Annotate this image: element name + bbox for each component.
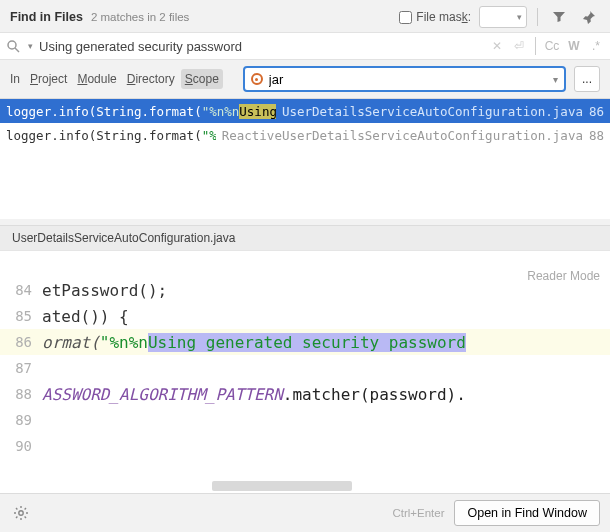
result-file: UserDetailsServiceAutoConfiguration.java (276, 104, 583, 119)
gear-icon[interactable] (10, 502, 32, 524)
line-number: 88 (0, 386, 42, 402)
line-number: 87 (0, 360, 42, 376)
result-code: logger.info(String.format("%n%nUsing gen… (6, 128, 216, 143)
scrollbar-thumb[interactable] (212, 481, 352, 491)
scope-tabs: In Project Module Directory Scope ▾ ... (0, 60, 610, 99)
whole-word-toggle[interactable]: W (566, 39, 582, 53)
result-line: 86 (583, 104, 604, 119)
match-count: 2 matches in 2 files (91, 11, 189, 23)
results-list: logger.info(String.format("%n%nUsing gen… (0, 99, 610, 219)
line-number: 89 (0, 412, 42, 428)
tab-directory[interactable]: Directory (123, 69, 179, 89)
file-mask-dropdown[interactable]: ▾ (479, 6, 527, 28)
preview-filename: UserDetailsServiceAutoConfiguration.java (0, 225, 610, 251)
target-icon (251, 73, 263, 85)
newline-icon[interactable]: ⏎ (511, 39, 527, 53)
tab-scope[interactable]: Scope (181, 69, 223, 89)
results-empty-area (0, 147, 610, 219)
dialog-footer: Ctrl+Enter Open in Find Window (0, 493, 610, 532)
line-number: 84 (0, 282, 42, 298)
search-bar: ▾ ✕ ⏎ Cc W .* (0, 32, 610, 60)
tab-module[interactable]: Module (73, 69, 120, 89)
line-number: 86 (0, 334, 42, 350)
in-label: In (10, 72, 20, 86)
code-line: 88 ASSWORD_ALGORITHM_PATTERN.matcher(pas… (0, 381, 610, 407)
file-mask-checkbox[interactable] (399, 11, 412, 24)
file-mask-label: File mask: (416, 10, 471, 24)
regex-toggle[interactable]: .* (588, 39, 604, 53)
code-line: 87 (0, 355, 610, 381)
scope-selector[interactable]: ▾ (243, 66, 566, 92)
line-number: 90 (0, 438, 42, 454)
more-button[interactable]: ... (574, 66, 600, 92)
history-dropdown-icon[interactable]: ▾ (28, 41, 33, 51)
divider (535, 37, 536, 55)
search-icon (6, 39, 22, 53)
shortcut-hint: Ctrl+Enter (392, 507, 444, 519)
result-file: ReactiveUserDetailsServiceAutoConfigurat… (216, 128, 583, 143)
open-in-find-window-button[interactable]: Open in Find Window (454, 500, 600, 526)
filter-icon[interactable] (548, 6, 570, 28)
code-line (0, 251, 610, 277)
tab-project[interactable]: Project (26, 69, 71, 89)
chevron-down-icon[interactable]: ▾ (553, 74, 558, 85)
horizontal-scrollbar[interactable] (42, 479, 610, 493)
code-line-current: 86 ormat("%n%nUsing generated security p… (0, 329, 610, 355)
code-line: 84 etPassword(); (0, 277, 610, 303)
code-line: 85 ated()) { (0, 303, 610, 329)
dialog-header: Find in Files 2 matches in 2 files File … (0, 0, 610, 32)
svg-point-2 (19, 511, 23, 515)
clear-icon[interactable]: ✕ (489, 39, 505, 53)
file-mask-group: File mask: (399, 10, 471, 24)
result-row[interactable]: logger.info(String.format("%n%nUsing gen… (0, 99, 610, 123)
dialog-title: Find in Files (10, 10, 83, 24)
result-code: logger.info(String.format("%n%nUsing gen… (6, 104, 276, 119)
divider (537, 8, 538, 26)
search-input[interactable] (39, 39, 483, 54)
code-line: 90 (0, 433, 610, 459)
reader-mode-badge[interactable]: Reader Mode (527, 269, 600, 283)
line-number: 85 (0, 308, 42, 324)
code-preview[interactable]: Reader Mode 84 etPassword(); 85 ated()) … (0, 251, 610, 493)
pin-icon[interactable] (578, 6, 600, 28)
svg-line-1 (15, 48, 19, 52)
result-line: 88 (583, 128, 604, 143)
svg-point-0 (8, 41, 16, 49)
scope-input[interactable] (269, 72, 547, 87)
match-case-toggle[interactable]: Cc (544, 39, 560, 53)
result-row[interactable]: logger.info(String.format("%n%nUsing gen… (0, 123, 610, 147)
code-line: 89 (0, 407, 610, 433)
